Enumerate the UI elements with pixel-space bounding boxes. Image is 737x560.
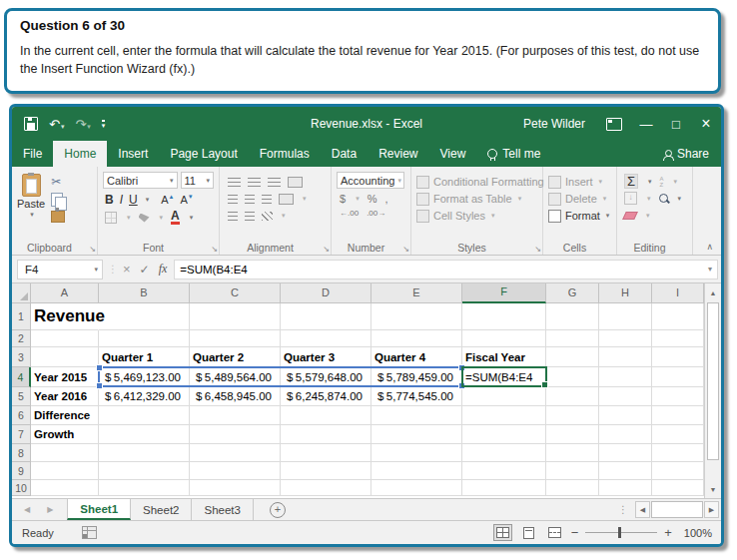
cell-H7[interactable] bbox=[599, 425, 652, 444]
cell-H9[interactable] bbox=[599, 462, 652, 480]
cell-C2[interactable] bbox=[190, 330, 281, 347]
cell-G9[interactable] bbox=[546, 462, 599, 480]
cell-B5[interactable]: $6,412,329.00 bbox=[99, 387, 190, 406]
orientation-icon[interactable] bbox=[262, 212, 273, 221]
cell-H3[interactable] bbox=[599, 347, 652, 367]
new-sheet-button[interactable]: + bbox=[270, 502, 286, 518]
cell-A10[interactable] bbox=[31, 480, 99, 496]
cell-F8[interactable] bbox=[462, 444, 546, 462]
sort-filter-caret-icon[interactable]: ▾ bbox=[674, 178, 678, 186]
cell-E4[interactable]: $5,789,459.00 bbox=[371, 367, 462, 387]
collapse-ribbon-icon[interactable]: ∧ bbox=[706, 242, 713, 252]
find-select-icon[interactable] bbox=[659, 194, 668, 203]
cell-A7[interactable]: Growth bbox=[31, 425, 99, 444]
column-header-B[interactable]: B bbox=[99, 283, 190, 303]
page-layout-view-button[interactable] bbox=[519, 524, 538, 541]
sheet-tab-sheet2[interactable]: Sheet2 bbox=[131, 499, 192, 520]
row-header-10[interactable]: 10 bbox=[12, 480, 31, 496]
row-header-5[interactable]: 5 bbox=[12, 387, 31, 406]
cancel-entry-button[interactable]: × bbox=[123, 262, 131, 277]
bold-button[interactable]: B bbox=[105, 193, 114, 207]
tab-view[interactable]: View bbox=[429, 141, 477, 167]
cell-D10[interactable] bbox=[281, 480, 371, 496]
paste-caret-icon[interactable]: ▾ bbox=[30, 211, 34, 219]
fill-color-caret-icon[interactable]: ▾ bbox=[160, 214, 164, 222]
cell-H2[interactable] bbox=[599, 330, 652, 347]
cell-H8[interactable] bbox=[599, 444, 652, 462]
cell-C10[interactable] bbox=[190, 480, 281, 496]
cell-F4[interactable]: =SUM(B4:E4 bbox=[462, 367, 546, 387]
cell-B1[interactable] bbox=[99, 303, 190, 330]
currency-format-button[interactable]: $ bbox=[340, 193, 346, 205]
cell-I7[interactable] bbox=[652, 425, 704, 444]
ribbon-display-options-button[interactable] bbox=[601, 107, 631, 141]
cell-G6[interactable] bbox=[546, 406, 599, 425]
scroll-left-icon[interactable]: ◀ bbox=[635, 501, 650, 518]
row-header-8[interactable]: 8 bbox=[12, 444, 31, 462]
customize-qat-icon[interactable]: ▾ bbox=[102, 120, 106, 128]
column-header-I[interactable]: I bbox=[652, 283, 704, 303]
italic-button[interactable]: I bbox=[120, 193, 123, 207]
scroll-down-icon[interactable]: ▼ bbox=[705, 480, 721, 498]
zoom-slider[interactable] bbox=[585, 532, 657, 533]
cell-E3[interactable]: Quarter 4 bbox=[371, 347, 462, 367]
styles-dialog-launcher-icon[interactable]: ↘ bbox=[534, 246, 541, 254]
cell-C5[interactable]: $6,458,945.00 bbox=[190, 387, 281, 406]
cell-F10[interactable] bbox=[462, 480, 546, 496]
cell-E10[interactable] bbox=[371, 480, 462, 496]
cell-I4[interactable] bbox=[652, 367, 704, 387]
cell-H5[interactable] bbox=[599, 387, 652, 406]
cell-C1[interactable] bbox=[190, 303, 281, 330]
page-break-view-button[interactable] bbox=[545, 524, 564, 541]
orientation-caret-icon[interactable]: ▾ bbox=[282, 212, 286, 220]
fill-caret-icon[interactable]: ▾ bbox=[647, 195, 651, 203]
cell-A1[interactable]: Revenue bbox=[31, 303, 99, 330]
wrap-text-icon[interactable] bbox=[288, 177, 303, 188]
cell-A9[interactable] bbox=[31, 462, 99, 480]
autosum-caret-icon[interactable]: ▾ bbox=[648, 178, 652, 186]
cell-I5[interactable] bbox=[652, 387, 704, 406]
enter-entry-button[interactable]: ✓ bbox=[140, 263, 150, 277]
select-all-corner[interactable] bbox=[12, 283, 31, 303]
cell-I3[interactable] bbox=[652, 347, 704, 367]
vertical-scroll-thumb[interactable] bbox=[707, 302, 719, 460]
merge-center-icon[interactable] bbox=[279, 194, 294, 205]
cell-C6[interactable] bbox=[190, 406, 281, 425]
cell-H6[interactable] bbox=[599, 406, 652, 425]
cell-I2[interactable] bbox=[652, 330, 704, 347]
cell-B2[interactable] bbox=[99, 330, 190, 347]
cell-C9[interactable] bbox=[190, 462, 281, 480]
decrease-indent-icon[interactable] bbox=[228, 212, 238, 221]
row-header-9[interactable]: 9 bbox=[12, 462, 31, 480]
cell-G2[interactable] bbox=[546, 330, 599, 347]
cell-E8[interactable] bbox=[371, 444, 462, 462]
cell-A2[interactable] bbox=[31, 330, 99, 347]
cell-F3[interactable]: Fiscal Year bbox=[462, 347, 546, 367]
cell-E2[interactable] bbox=[371, 330, 462, 347]
cell-H10[interactable] bbox=[599, 480, 652, 496]
share-button[interactable]: Share bbox=[659, 141, 713, 167]
font-color-caret-icon[interactable]: ▾ bbox=[190, 214, 194, 222]
tab-data[interactable]: Data bbox=[321, 141, 368, 167]
cell-B10[interactable] bbox=[99, 480, 190, 496]
cell-I6[interactable] bbox=[652, 406, 704, 425]
cell-D9[interactable] bbox=[281, 462, 371, 480]
row-header-6[interactable]: 6 bbox=[12, 406, 31, 425]
conditional-formatting-button[interactable]: Conditional Formatting ▾ bbox=[416, 175, 537, 189]
grow-font-button[interactable]: A▲ bbox=[161, 194, 174, 206]
format-as-table-button[interactable]: Format as Table ▾ bbox=[416, 192, 537, 206]
column-header-E[interactable]: E bbox=[371, 283, 462, 303]
name-box-caret-icon[interactable]: ▾ bbox=[94, 266, 98, 274]
column-header-H[interactable]: H bbox=[599, 283, 652, 303]
save-icon[interactable] bbox=[24, 117, 38, 131]
number-dialog-launcher-icon[interactable]: ↘ bbox=[402, 246, 409, 254]
tab-tell-me[interactable]: Tell me bbox=[476, 141, 551, 167]
close-button[interactable]: × bbox=[691, 107, 721, 141]
cell-G5[interactable] bbox=[546, 387, 599, 406]
increase-indent-icon[interactable] bbox=[245, 212, 255, 221]
cell-E5[interactable]: $5,774,545.00 bbox=[371, 387, 462, 406]
cell-E6[interactable] bbox=[371, 406, 462, 425]
cell-B8[interactable] bbox=[99, 444, 190, 462]
font-dialog-launcher-icon[interactable]: ↘ bbox=[211, 246, 218, 254]
cell-E1[interactable] bbox=[371, 303, 462, 330]
